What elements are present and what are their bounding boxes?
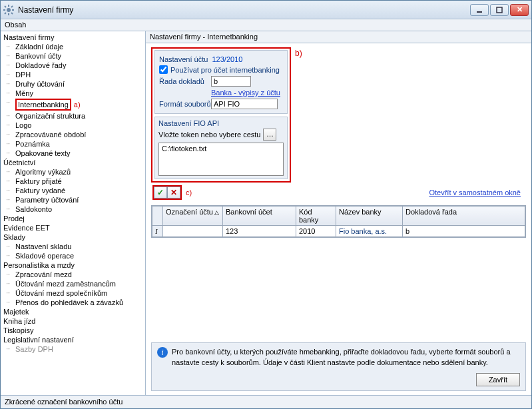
grid-corner [152,206,163,226]
tree-item[interactable]: Účtování mezd zaměstnancům [3,279,145,288]
app-icon [3,5,14,15]
open-standalone-link[interactable]: Otevřít v samostatném okně [429,189,521,197]
fio-hint: Vložte token nebo vybere cestu [158,131,260,139]
window-titlebar: Nastavení firmy ✕ [1,1,531,19]
svg-line-8 [5,13,6,14]
account-settings-group: Nastavení účtu 123/2010 Používat pro úče… [154,50,288,114]
cell-kod[interactable]: 2010 [296,226,336,237]
tree-item[interactable]: Poznámka [3,139,145,149]
tree-item[interactable]: Opakované texty [3,149,145,158]
tree-root-legislativa[interactable]: Legislativní nastavení [3,335,145,344]
tree-root-ucetnictvi[interactable]: Účetnictví [3,158,145,167]
sidebar-tree[interactable]: Nastavení firmy Základní údaje Bankovní … [1,31,146,395]
annotation-a: a) [74,101,81,109]
group-title: Nastavení účtu [159,55,208,63]
banka-vypisy-link[interactable]: Banka - výpisy z účtu [211,89,280,97]
fio-path-box[interactable]: C:\fiotoken.txt [158,143,284,176]
cell-nazev[interactable]: Fio banka, a.s. [336,226,403,237]
info-panel: i Pro bankovní účty, u kterých používáte… [151,342,526,391]
grid-header[interactable]: Název banky [336,206,403,226]
use-internetbanking-checkbox[interactable] [159,65,168,74]
tree-item[interactable]: Saldokonto [3,204,145,214]
tree-item[interactable]: Základní údaje [3,42,145,51]
tree-item[interactable]: Algoritmy výkazů [3,167,145,177]
format-label: Formát souborů [159,100,211,108]
format-input[interactable] [211,99,278,109]
svg-line-7 [11,6,13,7]
use-ib-label: Používat pro účet internetbanking [170,66,280,74]
window-title: Nastavení firmy [18,5,470,15]
fio-api-group: Nastavení FIO API Vložte token nebo vybe… [154,117,288,179]
tree-root-nastaveni-firmy[interactable]: Nastavení firmy [3,33,145,42]
tree-item[interactable]: Logo [3,121,145,130]
table-row[interactable]: I 123 2010 Fio banka, a.s. b [152,226,525,237]
browse-button[interactable]: … [263,129,276,141]
info-text: Pro bankovní účty, u kterých používáte h… [172,347,520,368]
row-edit-icon: I [152,226,163,237]
annotation-b: b) [295,49,302,58]
tree-item[interactable]: Druhy účtování [3,79,145,89]
minimize-button[interactable] [470,4,489,16]
grid-header[interactable]: Dokladová řada [403,206,525,226]
tree-root-prodej[interactable]: Prodej [3,214,145,223]
tree-root-majetek[interactable]: Majetek [3,307,145,316]
breadcrumb: Nastavení firmy - Internetbanking [146,31,531,43]
info-icon: i [157,347,168,358]
fio-path: C:\fiotoken.txt [162,145,206,153]
grid-header[interactable]: Označení účtu△ [163,206,223,226]
svg-line-6 [11,13,13,14]
maximize-button[interactable] [490,4,509,16]
tree-item[interactable]: Přenos do pohledávek a závazků [3,298,145,307]
menu-bar: Obsah [1,19,531,31]
tree-item[interactable]: DPH [3,70,145,79]
grid-header[interactable]: Bankovní účet [223,206,296,226]
cancel-button[interactable]: ✕ [167,187,180,199]
tree-item[interactable]: Účtování mezd společníkům [3,288,145,298]
tree-item[interactable]: Organizační struktura [3,111,145,121]
close-window-button[interactable]: ✕ [510,4,529,16]
tree-item[interactable]: Zpracovávané období [3,130,145,139]
status-text: Zkrácené označení bankovního účtu [5,398,123,406]
tree-item[interactable]: Skladové operace [3,251,145,260]
tree-root-mzdy[interactable]: Personalistika a mzdy [3,260,145,270]
tree-item-cut[interactable]: Sazby DPH [3,344,145,354]
svg-point-0 [7,8,11,12]
tree-item[interactable]: Dokladové řady [3,61,145,70]
rada-label: Řada dokladů [159,77,211,85]
status-bar: Zkrácené označení bankovního účtu [1,395,531,408]
annotation-c: c) [186,189,192,197]
account-number: 123/2010 [212,55,243,63]
svg-rect-10 [497,7,502,13]
grid-header[interactable]: Kód banky [296,206,336,226]
sort-asc-icon: △ [214,209,219,216]
tree-item[interactable]: Faktury přijaté [3,177,145,186]
cell-ucet[interactable]: 123 [223,226,296,237]
annotation-box-b: Nastavení účtu 123/2010 Používat pro úče… [151,47,291,183]
tree-root-knihajizd[interactable]: Kniha jízd [3,316,145,326]
menu-obsah[interactable]: Obsah [5,21,26,29]
tree-root-sklady[interactable]: Sklady [3,232,145,242]
cell-rada[interactable]: b [403,226,525,237]
svg-line-5 [5,6,6,7]
tree-item-internetbanking[interactable]: Internetbankinga) [3,98,145,111]
close-button[interactable]: Zavřít [476,373,520,386]
tree-item[interactable]: Nastavení skladu [3,242,145,251]
rada-input[interactable] [211,76,251,87]
tree-item[interactable]: Měny [3,89,145,98]
confirm-button[interactable]: ✓ [154,187,167,199]
tree-item[interactable]: Parametry účtování [3,195,145,204]
tree-item[interactable]: Bankovní účty [3,51,145,61]
tree-item[interactable]: Zpracování mezd [3,270,145,279]
fio-title: Nastavení FIO API [158,119,219,127]
tree-item[interactable]: Faktury vydané [3,186,145,195]
accounts-grid[interactable]: Označení účtu△ Bankovní účet Kód banky N… [151,205,526,238]
tree-root-eet[interactable]: Evidence EET [3,223,145,232]
tree-root-tiskopisy[interactable]: Tiskopisy [3,326,145,335]
cell-oznaceni[interactable] [163,226,223,237]
